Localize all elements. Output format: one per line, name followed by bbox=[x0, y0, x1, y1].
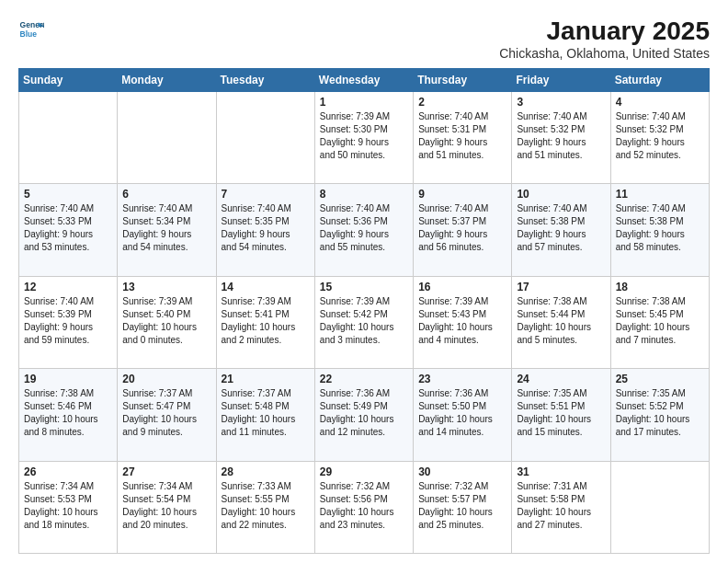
day-info: Sunrise: 7:32 AM Sunset: 5:56 PM Dayligh… bbox=[320, 480, 408, 532]
day-info: Sunrise: 7:39 AM Sunset: 5:43 PM Dayligh… bbox=[418, 295, 506, 347]
day-info: Sunrise: 7:40 AM Sunset: 5:34 PM Dayligh… bbox=[122, 202, 210, 254]
table-cell bbox=[610, 461, 709, 553]
day-number: 6 bbox=[122, 188, 210, 201]
day-number: 2 bbox=[418, 96, 506, 109]
day-info: Sunrise: 7:37 AM Sunset: 5:47 PM Dayligh… bbox=[122, 387, 210, 439]
day-number: 5 bbox=[24, 188, 112, 201]
day-info: Sunrise: 7:34 AM Sunset: 5:53 PM Dayligh… bbox=[24, 480, 112, 532]
table-cell: 9Sunrise: 7:40 AM Sunset: 5:37 PM Daylig… bbox=[414, 184, 512, 276]
table-cell bbox=[118, 92, 216, 184]
table-cell: 30Sunrise: 7:32 AM Sunset: 5:57 PM Dayli… bbox=[414, 461, 512, 553]
day-info: Sunrise: 7:39 AM Sunset: 5:41 PM Dayligh… bbox=[222, 295, 310, 347]
day-info: Sunrise: 7:40 AM Sunset: 5:33 PM Dayligh… bbox=[24, 202, 112, 254]
table-cell: 3Sunrise: 7:40 AM Sunset: 5:32 PM Daylig… bbox=[512, 92, 610, 184]
day-info: Sunrise: 7:40 AM Sunset: 5:35 PM Dayligh… bbox=[222, 202, 310, 254]
day-number: 8 bbox=[320, 188, 408, 201]
table-cell: 25Sunrise: 7:35 AM Sunset: 5:52 PM Dayli… bbox=[610, 369, 709, 461]
table-cell: 12Sunrise: 7:40 AM Sunset: 5:39 PM Dayli… bbox=[19, 276, 118, 368]
table-cell: 24Sunrise: 7:35 AM Sunset: 5:51 PM Dayli… bbox=[512, 369, 610, 461]
table-cell: 10Sunrise: 7:40 AM Sunset: 5:38 PM Dayli… bbox=[512, 184, 610, 276]
day-number: 15 bbox=[320, 281, 408, 293]
day-info: Sunrise: 7:36 AM Sunset: 5:50 PM Dayligh… bbox=[418, 387, 506, 439]
table-cell: 11Sunrise: 7:40 AM Sunset: 5:38 PM Dayli… bbox=[610, 184, 709, 276]
day-number: 20 bbox=[122, 373, 210, 385]
calendar-week-row: 1Sunrise: 7:39 AM Sunset: 5:30 PM Daylig… bbox=[19, 92, 710, 184]
header: General Blue January 2025 Chickasha, Okl… bbox=[18, 17, 710, 61]
table-cell: 2Sunrise: 7:40 AM Sunset: 5:31 PM Daylig… bbox=[414, 92, 512, 184]
day-number: 27 bbox=[122, 465, 210, 478]
table-cell bbox=[216, 92, 314, 184]
day-info: Sunrise: 7:39 AM Sunset: 5:40 PM Dayligh… bbox=[122, 295, 210, 347]
title-block: January 2025 Chickasha, Oklahoma, United… bbox=[499, 17, 710, 61]
svg-text:Blue: Blue bbox=[20, 29, 38, 39]
table-cell: 20Sunrise: 7:37 AM Sunset: 5:47 PM Dayli… bbox=[118, 369, 216, 461]
day-info: Sunrise: 7:39 AM Sunset: 5:30 PM Dayligh… bbox=[320, 110, 408, 162]
table-cell: 29Sunrise: 7:32 AM Sunset: 5:56 PM Dayli… bbox=[314, 461, 413, 553]
day-number: 17 bbox=[517, 281, 605, 293]
calendar-week-row: 12Sunrise: 7:40 AM Sunset: 5:39 PM Dayli… bbox=[19, 276, 710, 368]
calendar-table: Sunday Monday Tuesday Wednesday Thursday… bbox=[18, 68, 710, 554]
table-cell: 22Sunrise: 7:36 AM Sunset: 5:49 PM Dayli… bbox=[314, 369, 413, 461]
day-number: 29 bbox=[320, 465, 408, 478]
day-number: 23 bbox=[418, 373, 506, 385]
day-number: 3 bbox=[517, 96, 605, 109]
day-info: Sunrise: 7:35 AM Sunset: 5:51 PM Dayligh… bbox=[517, 387, 605, 439]
table-cell: 21Sunrise: 7:37 AM Sunset: 5:48 PM Dayli… bbox=[216, 369, 314, 461]
table-cell: 8Sunrise: 7:40 AM Sunset: 5:36 PM Daylig… bbox=[314, 184, 413, 276]
day-info: Sunrise: 7:38 AM Sunset: 5:46 PM Dayligh… bbox=[24, 387, 112, 439]
day-info: Sunrise: 7:38 AM Sunset: 5:44 PM Dayligh… bbox=[517, 295, 605, 347]
table-cell: 27Sunrise: 7:34 AM Sunset: 5:54 PM Dayli… bbox=[118, 461, 216, 553]
page: General Blue January 2025 Chickasha, Okl… bbox=[0, 0, 728, 563]
day-info: Sunrise: 7:40 AM Sunset: 5:39 PM Dayligh… bbox=[24, 295, 112, 347]
col-friday: Friday bbox=[512, 69, 610, 92]
col-wednesday: Wednesday bbox=[314, 69, 413, 92]
calendar-week-row: 5Sunrise: 7:40 AM Sunset: 5:33 PM Daylig… bbox=[19, 184, 710, 276]
table-cell: 13Sunrise: 7:39 AM Sunset: 5:40 PM Dayli… bbox=[118, 276, 216, 368]
logo-icon: General Blue bbox=[18, 17, 44, 42]
table-cell: 6Sunrise: 7:40 AM Sunset: 5:34 PM Daylig… bbox=[118, 184, 216, 276]
logo: General Blue bbox=[18, 17, 44, 42]
calendar-week-row: 26Sunrise: 7:34 AM Sunset: 5:53 PM Dayli… bbox=[19, 461, 710, 553]
day-info: Sunrise: 7:40 AM Sunset: 5:38 PM Dayligh… bbox=[616, 202, 704, 254]
day-info: Sunrise: 7:33 AM Sunset: 5:55 PM Dayligh… bbox=[222, 480, 310, 532]
day-info: Sunrise: 7:40 AM Sunset: 5:38 PM Dayligh… bbox=[517, 202, 605, 254]
day-number: 24 bbox=[517, 373, 605, 385]
col-tuesday: Tuesday bbox=[216, 69, 314, 92]
table-cell: 23Sunrise: 7:36 AM Sunset: 5:50 PM Dayli… bbox=[414, 369, 512, 461]
day-number: 30 bbox=[418, 465, 506, 478]
day-info: Sunrise: 7:37 AM Sunset: 5:48 PM Dayligh… bbox=[222, 387, 310, 439]
day-info: Sunrise: 7:40 AM Sunset: 5:31 PM Dayligh… bbox=[418, 110, 506, 162]
day-number: 11 bbox=[616, 188, 704, 201]
day-info: Sunrise: 7:40 AM Sunset: 5:37 PM Dayligh… bbox=[418, 202, 506, 254]
day-info: Sunrise: 7:40 AM Sunset: 5:36 PM Dayligh… bbox=[320, 202, 408, 254]
day-number: 22 bbox=[320, 373, 408, 385]
table-cell: 31Sunrise: 7:31 AM Sunset: 5:58 PM Dayli… bbox=[512, 461, 610, 553]
calendar-header-row: Sunday Monday Tuesday Wednesday Thursday… bbox=[19, 69, 710, 92]
day-number: 14 bbox=[222, 281, 310, 293]
table-cell: 15Sunrise: 7:39 AM Sunset: 5:42 PM Dayli… bbox=[314, 276, 413, 368]
day-number: 25 bbox=[616, 373, 704, 385]
table-cell: 5Sunrise: 7:40 AM Sunset: 5:33 PM Daylig… bbox=[19, 184, 118, 276]
table-cell: 14Sunrise: 7:39 AM Sunset: 5:41 PM Dayli… bbox=[216, 276, 314, 368]
day-number: 18 bbox=[616, 281, 704, 293]
day-number: 26 bbox=[24, 465, 112, 478]
subtitle: Chickasha, Oklahoma, United States bbox=[499, 46, 710, 61]
day-info: Sunrise: 7:31 AM Sunset: 5:58 PM Dayligh… bbox=[517, 480, 605, 532]
day-info: Sunrise: 7:40 AM Sunset: 5:32 PM Dayligh… bbox=[517, 110, 605, 162]
day-number: 9 bbox=[418, 188, 506, 201]
table-cell: 19Sunrise: 7:38 AM Sunset: 5:46 PM Dayli… bbox=[19, 369, 118, 461]
day-info: Sunrise: 7:36 AM Sunset: 5:49 PM Dayligh… bbox=[320, 387, 408, 439]
day-info: Sunrise: 7:35 AM Sunset: 5:52 PM Dayligh… bbox=[616, 387, 704, 439]
day-number: 10 bbox=[517, 188, 605, 201]
day-number: 4 bbox=[616, 96, 704, 109]
day-info: Sunrise: 7:39 AM Sunset: 5:42 PM Dayligh… bbox=[320, 295, 408, 347]
col-saturday: Saturday bbox=[610, 69, 709, 92]
day-number: 16 bbox=[418, 281, 506, 293]
table-cell: 17Sunrise: 7:38 AM Sunset: 5:44 PM Dayli… bbox=[512, 276, 610, 368]
table-cell: 26Sunrise: 7:34 AM Sunset: 5:53 PM Dayli… bbox=[19, 461, 118, 553]
day-number: 19 bbox=[24, 373, 112, 385]
table-cell: 16Sunrise: 7:39 AM Sunset: 5:43 PM Dayli… bbox=[414, 276, 512, 368]
day-number: 31 bbox=[517, 465, 605, 478]
col-monday: Monday bbox=[118, 69, 216, 92]
table-cell: 1Sunrise: 7:39 AM Sunset: 5:30 PM Daylig… bbox=[314, 92, 413, 184]
